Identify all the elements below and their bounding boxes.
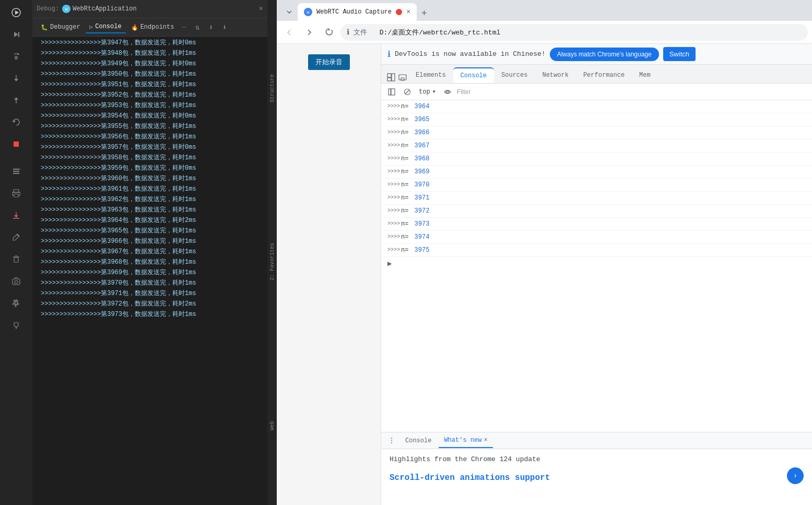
step-over-icon[interactable] bbox=[6, 46, 27, 67]
clear-console-icon[interactable] bbox=[401, 86, 414, 98]
whats-new-content: Highlights from the Chrome 124 update Sc… bbox=[381, 449, 812, 505]
svg-point-40 bbox=[446, 91, 449, 93]
dt-console-line[interactable]: >>>> n= 3974 bbox=[381, 231, 812, 244]
back-button[interactable] bbox=[281, 24, 298, 41]
tab-network[interactable]: Network bbox=[535, 67, 575, 83]
tab-separator: ⋯ bbox=[181, 22, 186, 32]
svg-rect-31 bbox=[387, 74, 391, 77]
dt-console-line[interactable]: >>>> n= 3967 bbox=[381, 139, 812, 152]
whats-new-subtitle: Highlights from the Chrome 124 update bbox=[390, 455, 540, 463]
forward-button[interactable] bbox=[301, 24, 317, 41]
devtools-console-output: >>>> n= 3964 >>>> n= 3965 >>>> n= 3966 >… bbox=[381, 100, 812, 432]
web-label[interactable]: Web bbox=[269, 421, 275, 430]
address-sep bbox=[371, 28, 375, 36]
dt-n-label: n= bbox=[401, 219, 408, 229]
download-icon[interactable] bbox=[6, 205, 27, 226]
camera-icon[interactable] bbox=[6, 271, 27, 291]
structure-label[interactable]: Structure bbox=[269, 74, 275, 102]
console-line: >>>>>>>>>>>>>>>>第3963包，数据发送完，耗时1ms bbox=[32, 205, 267, 215]
scroll-lock-icon[interactable]: ⇅ bbox=[192, 21, 203, 33]
expand-icon[interactable]: ▶ bbox=[381, 257, 812, 270]
notification-text: DevTools is now available in Chinese! bbox=[395, 50, 546, 58]
responsive-icon[interactable] bbox=[397, 72, 408, 83]
tab-console[interactable]: Console bbox=[453, 67, 494, 83]
console-line: >>>>>>>>>>>>>>>>第3973包，数据发送完，耗时1ms bbox=[32, 309, 267, 320]
devtools-console-toolbar: top ▾ bbox=[381, 84, 812, 100]
debug-icon[interactable] bbox=[6, 2, 27, 23]
bottom-menu-icon[interactable]: ⋮ bbox=[385, 434, 398, 447]
console-line: >>>>>>>>>>>>>>>>第3947包，数据发送完，耗时0ms bbox=[32, 38, 267, 48]
tab-memory[interactable]: Mem bbox=[632, 67, 658, 83]
whats-new-article-title[interactable]: Scroll-driven animations support bbox=[390, 473, 550, 483]
tab-debugger[interactable]: 🐛 Debugger bbox=[37, 21, 85, 33]
dt-console-line[interactable]: >>>> n= 3966 bbox=[381, 126, 812, 139]
dt-console-line[interactable]: >>>> n= 3968 bbox=[381, 152, 812, 166]
dt-console-line[interactable]: >>>> n= 3970 bbox=[381, 179, 812, 192]
bottom-tab-whats-new[interactable]: What's new × bbox=[439, 433, 492, 448]
svg-rect-3 bbox=[18, 32, 19, 37]
dt-console-line[interactable]: >>>> n= 3969 bbox=[381, 166, 812, 179]
address-bar[interactable]: ℹ 文件 D:/桌面文件/webrtc/web_rtc.html bbox=[340, 24, 808, 41]
favorites-label[interactable]: 2: Favorites bbox=[269, 243, 275, 280]
dt-value: 3967 bbox=[410, 140, 429, 151]
tab-sources[interactable]: Sources bbox=[494, 67, 535, 83]
stop-icon[interactable] bbox=[6, 134, 27, 155]
stacked-lines-icon[interactable] bbox=[6, 161, 27, 182]
log-level-select[interactable]: top ▾ bbox=[417, 86, 438, 98]
devtools-collapse-button[interactable] bbox=[281, 4, 298, 21]
delete-icon[interactable] bbox=[6, 249, 27, 269]
print-icon[interactable] bbox=[6, 183, 27, 204]
match-language-button[interactable]: Always match Chrome's language bbox=[550, 48, 659, 61]
svg-point-27 bbox=[15, 280, 18, 284]
debug-close-button[interactable]: × bbox=[259, 5, 263, 13]
dt-n-label: n= bbox=[401, 140, 408, 151]
start-recording-button[interactable]: 开始录音 bbox=[308, 54, 350, 70]
console-line: >>>>>>>>>>>>>>>>第3956包，数据发送完，耗时1ms bbox=[32, 132, 267, 142]
switch-button[interactable]: Switch bbox=[663, 47, 696, 61]
settings-icon[interactable] bbox=[6, 292, 27, 313]
tab-close-button[interactable]: × bbox=[406, 8, 410, 16]
dt-arrow-icon: >>>> bbox=[387, 167, 400, 177]
dt-console-line[interactable]: >>>> n= 3972 bbox=[381, 205, 812, 218]
filter-input[interactable] bbox=[457, 86, 808, 98]
bottom-tab-close-button[interactable]: × bbox=[484, 437, 487, 444]
tab-endpoints[interactable]: 🔥 Endpoints bbox=[127, 21, 179, 33]
new-tab-button[interactable]: + bbox=[417, 6, 431, 21]
svg-rect-18 bbox=[14, 194, 18, 197]
dt-arrow-icon: >>>> bbox=[387, 180, 400, 190]
pin-icon[interactable] bbox=[6, 314, 27, 335]
dt-console-line[interactable]: >>>> n= 3975 bbox=[381, 244, 812, 257]
eye-icon[interactable] bbox=[441, 86, 454, 98]
svg-rect-13 bbox=[13, 171, 19, 172]
svg-rect-5 bbox=[15, 56, 18, 60]
tab-elements[interactable]: Elements bbox=[408, 67, 453, 83]
address-scheme: 文件 bbox=[354, 28, 367, 37]
dt-console-line[interactable]: >>>> n= 3964 bbox=[381, 100, 812, 113]
console-line: >>>>>>>>>>>>>>>>第3959包，数据发送完，耗时0ms bbox=[32, 163, 267, 173]
continue-icon[interactable] bbox=[6, 24, 27, 45]
dt-value: 3969 bbox=[410, 167, 429, 177]
whats-new-more-button[interactable]: › bbox=[787, 467, 804, 484]
console-line: >>>>>>>>>>>>>>>>第3972包，数据发送完，耗时2ms bbox=[32, 299, 267, 309]
dt-arrow-icon: >>>> bbox=[387, 245, 400, 255]
inspect-element-icon[interactable] bbox=[385, 72, 397, 83]
dt-value: 3970 bbox=[410, 180, 429, 190]
dt-console-line[interactable]: >>>> n= 3971 bbox=[381, 192, 812, 205]
refresh-button[interactable] bbox=[321, 24, 337, 41]
dt-console-line[interactable]: >>>> n= 3973 bbox=[381, 218, 812, 231]
console-line: >>>>>>>>>>>>>>>>第3952包，数据发送完，耗时1ms bbox=[32, 90, 267, 100]
edit-icon[interactable] bbox=[6, 227, 27, 248]
clear-output-icon[interactable]: ⬇ bbox=[219, 21, 230, 33]
bottom-tab-console[interactable]: Console bbox=[400, 433, 437, 448]
sidebar-toggle-icon[interactable] bbox=[385, 86, 398, 98]
step-out-icon[interactable] bbox=[6, 90, 27, 111]
restart-icon[interactable] bbox=[6, 112, 27, 133]
browser-tab-webrtc[interactable]: W WebRTC Audio Capture × bbox=[298, 3, 417, 21]
dt-console-line[interactable]: >>>> n= 3965 bbox=[381, 113, 812, 126]
download-output-icon[interactable]: ⬇ bbox=[205, 21, 217, 33]
svg-marker-20 bbox=[14, 215, 18, 218]
step-into-icon[interactable] bbox=[6, 68, 27, 89]
tab-console[interactable]: ▷ Console bbox=[86, 21, 126, 33]
svg-rect-11 bbox=[14, 142, 19, 147]
tab-performance[interactable]: Performance bbox=[576, 67, 632, 83]
